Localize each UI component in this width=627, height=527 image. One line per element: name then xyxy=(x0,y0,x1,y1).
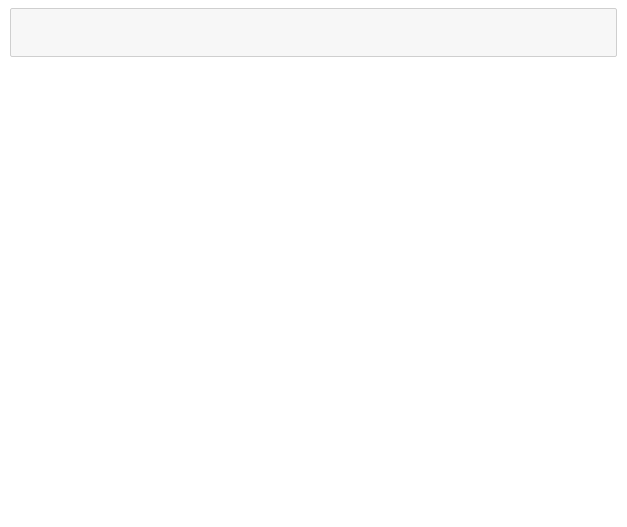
violin-plot xyxy=(40,79,600,479)
chart-output xyxy=(40,79,617,479)
code-cell xyxy=(10,8,617,57)
